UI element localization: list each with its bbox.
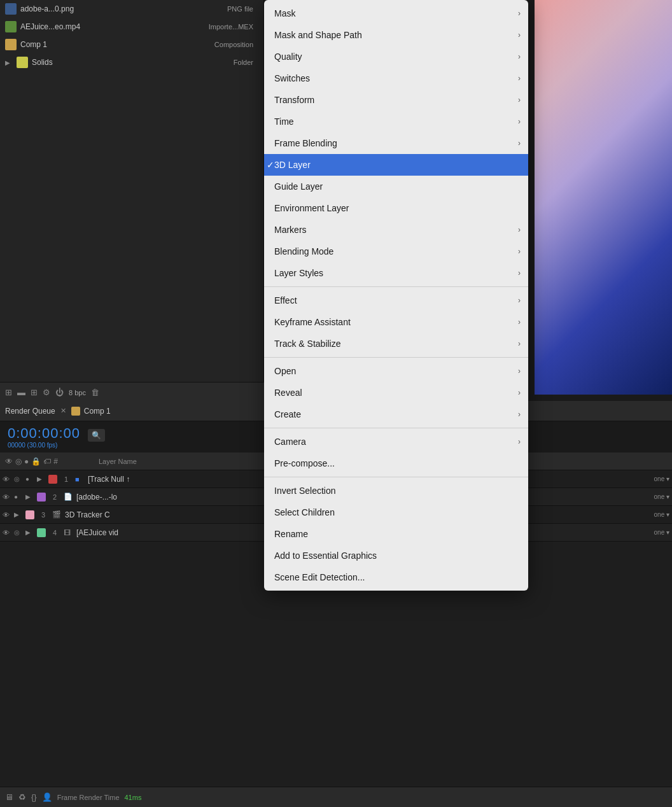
project-item-png[interactable]: adobe-a...0.png PNG file — [0, 0, 263, 18]
layer-eye-2[interactable]: 👁 — [3, 493, 11, 501]
menu-label-select-children: Select Children — [274, 507, 335, 517]
menu-label-mask: Mask — [274, 8, 295, 18]
menu-label-blending-mode: Blending Mode — [274, 246, 333, 256]
search-box[interactable]: 🔍 — [88, 429, 105, 442]
layer-dropdown-1[interactable]: one ▾ — [654, 475, 669, 482]
bpc-value[interactable]: 8 bpc — [69, 389, 86, 396]
menu-item-select-children[interactable]: Select Children — [264, 502, 528, 523]
expand-2[interactable]: ▶ — [25, 493, 34, 500]
project-item-solids[interactable]: ▶ Solids Folder — [0, 53, 263, 71]
menu-label-reveal: Reveal — [274, 388, 302, 398]
menu-item-camera[interactable]: Camera› — [264, 431, 528, 453]
menu-item-rename[interactable]: Rename — [264, 523, 528, 545]
layer-eye-1[interactable]: 👁 — [3, 475, 11, 483]
expand-1[interactable]: ▶ — [37, 475, 46, 482]
comp-tab[interactable]: Comp 1 — [71, 407, 111, 416]
menu-label-layer-styles: Layer Styles — [274, 268, 323, 278]
layer-num-1: 1 — [60, 475, 73, 483]
expand-4[interactable]: ▶ — [25, 529, 34, 536]
menu-item-reveal[interactable]: Reveal› — [264, 382, 528, 404]
submenu-arrow-keyframe-assistant: › — [518, 318, 521, 326]
layer-color-4 — [37, 528, 46, 537]
layer-color-2 — [37, 493, 46, 502]
menu-item-environment-layer[interactable]: Environment Layer — [264, 197, 528, 219]
item-name-mp4: AEJuice...eo.mp4 — [20, 22, 80, 31]
menu-item-guide-layer[interactable]: Guide Layer — [264, 176, 528, 197]
submenu-arrow-mask: › — [518, 9, 521, 18]
menu-item-markers[interactable]: Markers› — [264, 219, 528, 241]
layer-eye-3[interactable]: 👁 — [3, 511, 11, 519]
timecode-display[interactable]: 0:00:00:00 — [8, 425, 80, 442]
menu-item-add-essential-graphics[interactable]: Add to Essential Graphics — [264, 545, 528, 566]
menu-item-invert-selection[interactable]: Invert Selection — [264, 480, 528, 502]
recycle-icon[interactable]: ♻ — [18, 792, 26, 802]
menu-item-mask[interactable]: Mask› — [264, 3, 528, 24]
menu-item-create[interactable]: Create› — [264, 404, 528, 425]
braces-icon[interactable]: {} — [31, 792, 37, 802]
settings-icon[interactable]: ⚙ — [43, 388, 50, 397]
folder-btn[interactable]: ▬ — [17, 388, 25, 397]
menu-label-rename: Rename — [274, 529, 308, 539]
hash-icon-bar[interactable]: # — [53, 457, 58, 466]
menu-item-scene-edit-detection[interactable]: Scene Edit Detection... — [264, 566, 528, 588]
power-icon[interactable]: ⏻ — [55, 388, 64, 397]
submenu-arrow-track-stabilize: › — [518, 339, 521, 348]
layer-dropdown-3[interactable]: one ▾ — [654, 511, 669, 518]
menu-item-3d-layer[interactable]: ✓3D Layer — [264, 154, 528, 176]
project-item-comp[interactable]: Comp 1 Composition — [0, 36, 263, 53]
comp-icon-btn[interactable]: ⊞ — [31, 388, 38, 397]
menu-item-track-stabilize[interactable]: Track & Stabilize› — [264, 333, 528, 354]
fps-info: 00000 (30.00 fps) — [8, 442, 80, 449]
dot-icon-bar[interactable]: ● — [24, 457, 29, 466]
person-icon[interactable]: 👤 — [42, 792, 52, 802]
search-icon: 🔍 — [92, 431, 101, 440]
submenu-arrow-markers: › — [518, 225, 521, 234]
expand-3[interactable]: ▶ — [14, 511, 23, 518]
menu-item-time[interactable]: Time› — [264, 111, 528, 132]
menu-item-blending-mode[interactable]: Blending Mode› — [264, 241, 528, 262]
submenu-arrow-effect: › — [518, 296, 521, 305]
project-item-mp4[interactable]: AEJuice...eo.mp4 Importe...MEX — [0, 18, 263, 36]
menu-item-pre-compose[interactable]: Pre-compose... — [264, 453, 528, 474]
trash-icon[interactable]: 🗑 — [91, 388, 99, 397]
menu-item-switches[interactable]: Switches› — [264, 67, 528, 89]
menu-label-effect: Effect — [274, 295, 297, 305]
context-menu: Mask›Mask and Shape Path›Quality›Switche… — [264, 0, 528, 591]
menu-item-mask-shape-path[interactable]: Mask and Shape Path› — [264, 24, 528, 46]
label-icon-bar[interactable]: 🏷 — [43, 457, 51, 466]
layer-audio-4[interactable]: ◎ — [14, 529, 23, 536]
item-name-solids: Solids — [32, 58, 53, 67]
layer-eye-4[interactable]: 👁 — [3, 529, 11, 537]
timeline-tab-label[interactable]: Render Queue — [5, 407, 55, 416]
menu-item-layer-styles[interactable]: Layer Styles› — [264, 262, 528, 284]
menu-label-add-essential-graphics: Add to Essential Graphics — [274, 551, 377, 561]
item-name-comp: Comp 1 — [20, 40, 47, 49]
layer-audio-1[interactable]: ◎ — [14, 475, 23, 482]
folder-icon — [17, 57, 28, 68]
submenu-arrow-reveal: › — [518, 388, 521, 397]
lock-icon-bar[interactable]: 🔒 — [31, 457, 41, 466]
menu-item-quality[interactable]: Quality› — [264, 46, 528, 67]
menu-item-keyframe-assistant[interactable]: Keyframe Assistant› — [264, 311, 528, 333]
menu-item-frame-blending[interactable]: Frame Blending› — [264, 132, 528, 154]
separator-after-pre-compose — [264, 477, 528, 477]
menu-item-transform[interactable]: Transform› — [264, 89, 528, 111]
item-type-comp: Composition — [214, 41, 258, 48]
timeline-close[interactable]: ✕ — [60, 407, 66, 415]
separator-after-create — [264, 428, 528, 428]
layer-dropdown-2[interactable]: one ▾ — [654, 493, 669, 500]
menu-label-frame-blending: Frame Blending — [274, 138, 337, 148]
submenu-arrow-open: › — [518, 367, 521, 375]
layer-dot-1[interactable]: ● — [25, 475, 34, 482]
item-name-png: adobe-a...0.png — [20, 4, 74, 13]
layer-dot-2[interactable]: ● — [14, 493, 23, 500]
png-icon — [5, 3, 17, 15]
eye-icon-bar[interactable]: 👁 — [5, 457, 13, 466]
layer-type-icon-1: ■ — [75, 475, 85, 483]
audio-icon-bar[interactable]: ◎ — [15, 457, 22, 466]
item-type-solids: Folder — [234, 59, 258, 66]
layer-dropdown-4[interactable]: one ▾ — [654, 529, 669, 536]
menu-item-open[interactable]: Open› — [264, 360, 528, 382]
menu-label-3d-layer: 3D Layer — [274, 160, 311, 170]
menu-item-effect[interactable]: Effect› — [264, 290, 528, 311]
